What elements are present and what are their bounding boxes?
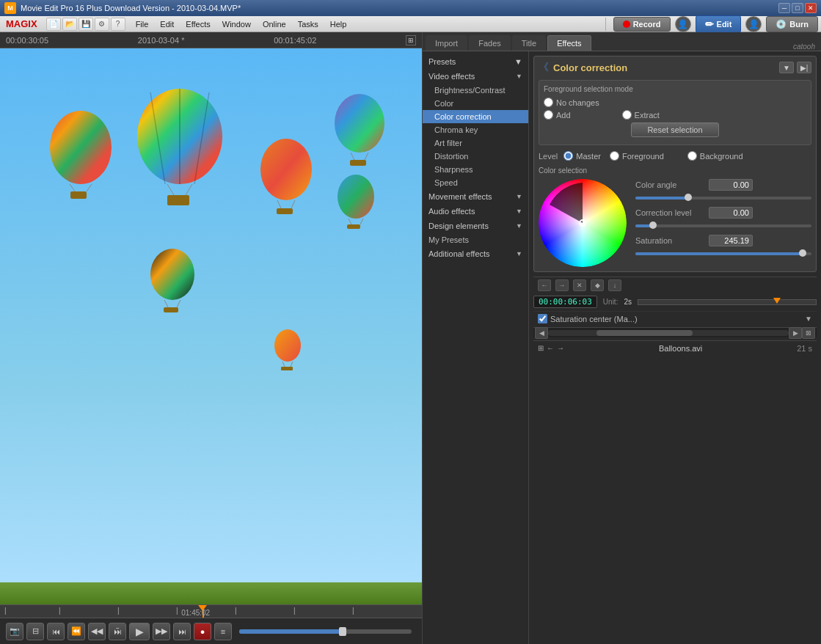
snapshot-button[interactable]: 📷 — [6, 623, 23, 640]
forward-button[interactable]: ▶| — [797, 62, 811, 73]
balloon-4 — [330, 92, 389, 173]
fast-forward-button[interactable]: ▶▶ — [153, 623, 170, 640]
timeline-mini[interactable] — [638, 299, 817, 305]
maximize-button[interactable]: □ — [792, 3, 803, 13]
saturation-thumb[interactable] — [799, 249, 806, 257]
menu-effects[interactable]: Effects — [180, 18, 216, 30]
menu-window[interactable]: Window — [216, 18, 257, 30]
record-button[interactable]: Record — [613, 17, 671, 32]
effect-distortion[interactable]: Distortion — [423, 150, 528, 163]
effect-color-correction[interactable]: Color correction — [423, 110, 528, 123]
saturation-slider[interactable] — [635, 252, 811, 255]
step-back-button[interactable]: ⏪ — [67, 623, 85, 640]
effect-art-filter[interactable]: Art filter — [423, 136, 528, 150]
audio-effects-header[interactable]: Audio effects ▼ — [423, 204, 528, 219]
preview-settings-button[interactable]: ⊞ — [406, 35, 416, 45]
movement-effects-header[interactable]: Movement effects ▼ — [423, 189, 528, 204]
go-start-button[interactable]: ⏭̄ — [109, 623, 126, 640]
dropdown-button[interactable]: ▼ — [779, 62, 794, 73]
toolbar-icons[interactable]: 📄 📂 💾 ⚙ ? — [46, 18, 125, 31]
radio-no-changes-label[interactable]: No changes — [544, 98, 599, 107]
radio-no-changes[interactable] — [544, 98, 553, 107]
color-wheel[interactable] — [539, 179, 627, 267]
radio-add[interactable] — [544, 110, 553, 120]
back-button[interactable]: 《 — [539, 61, 549, 74]
effect-sharpness[interactable]: Sharpness — [423, 163, 528, 176]
edit-icon-btn[interactable]: 👤 — [745, 16, 762, 32]
menu-online[interactable]: Online — [257, 18, 292, 30]
scroll-left-btn[interactable]: ◀ — [535, 327, 548, 339]
level-foreground-radio[interactable] — [610, 151, 619, 161]
top-buttons[interactable]: Record 👤 ✏ Edit 👤 💿 Burn — [602, 15, 818, 33]
radio-extract-label[interactable]: Extract — [622, 110, 660, 120]
save-file-button[interactable]: 💾 — [79, 18, 93, 31]
tab-effects[interactable]: Effects — [547, 35, 591, 51]
tab-fades[interactable]: Fades — [469, 35, 511, 51]
color-angle-label: Color angle — [635, 180, 709, 189]
transport-down-btn[interactable]: ↓ — [608, 279, 621, 291]
tab-import[interactable]: Import — [426, 35, 467, 51]
effect-chroma-key[interactable]: Chroma key — [423, 123, 528, 136]
correction-level-slider[interactable] — [635, 224, 811, 227]
bnav-left-btn[interactable]: ← — [547, 344, 554, 352]
timeline-view-button[interactable]: ⊟ — [26, 623, 44, 640]
level-background-radio[interactable] — [687, 151, 697, 161]
level-master-label[interactable]: Master — [563, 151, 601, 161]
fast-rewind-button[interactable]: ◀◀ — [88, 623, 106, 640]
design-elements-header[interactable]: Design elements ▼ — [423, 219, 528, 233]
scroll-track[interactable] — [548, 330, 789, 336]
color-selection-section: Color selection — [539, 167, 811, 267]
tab-title[interactable]: Title — [512, 35, 546, 51]
level-master-radio[interactable] — [563, 151, 573, 161]
go-end-button[interactable]: ⏭ — [173, 623, 191, 640]
reset-selection-button[interactable]: Reset selection — [631, 122, 719, 137]
menu-items[interactable]: File Edit Effects Window Online Tasks He… — [130, 18, 353, 30]
effect-color[interactable]: Color — [423, 97, 528, 110]
transport-diamond-btn[interactable]: ◆ — [591, 279, 604, 291]
color-angle-slider[interactable] — [635, 197, 811, 200]
color-angle-thumb[interactable] — [685, 194, 692, 201]
panel-header-right[interactable]: ▼ ▶| — [779, 62, 811, 73]
additional-effects-header[interactable]: Additional effects ▼ — [423, 246, 528, 261]
keyframe-checkbox[interactable] — [538, 314, 547, 323]
level-background-label[interactable]: Background — [687, 151, 743, 161]
effect-speed[interactable]: Speed — [423, 176, 528, 189]
correction-level-thumb[interactable] — [649, 222, 657, 229]
transport-x-btn[interactable]: ✕ — [573, 279, 586, 291]
open-file-button[interactable]: 📂 — [62, 18, 77, 31]
play-button[interactable]: ▶ — [129, 623, 150, 640]
record-transport-button[interactable]: ● — [194, 623, 211, 640]
menu-file[interactable]: File — [130, 18, 155, 30]
window-controls[interactable]: ─ □ ✕ — [778, 3, 817, 13]
radio-extract[interactable] — [622, 110, 632, 120]
minimize-button[interactable]: ─ — [778, 3, 790, 13]
effect-brightness-contrast[interactable]: Brightness/Contrast — [423, 84, 528, 97]
radio-add-label[interactable]: Add — [544, 110, 571, 120]
scroll-right-btn[interactable]: ▶ — [789, 327, 802, 339]
my-presets[interactable]: My Presets — [423, 233, 528, 246]
menu-tasks[interactable]: Tasks — [292, 18, 324, 30]
level-foreground-label[interactable]: Foreground — [610, 151, 664, 161]
help-button[interactable]: ? — [111, 18, 125, 31]
close-button[interactable]: ✕ — [805, 3, 817, 13]
transport-back-btn[interactable]: ← — [538, 279, 551, 291]
record-icon-btn[interactable]: 👤 — [675, 16, 691, 32]
bnav-right-btn[interactable]: → — [557, 344, 564, 352]
keyframe-dropdown[interactable]: ▼ — [805, 315, 812, 323]
edit-button[interactable]: ✏ Edit — [696, 15, 742, 33]
transport-fwd-btn[interactable]: → — [555, 279, 569, 291]
presets-row[interactable]: Presets ▼ — [423, 54, 528, 69]
scroll-thumb[interactable] — [596, 330, 693, 336]
new-file-button[interactable]: 📄 — [46, 18, 61, 31]
burn-button[interactable]: 💿 Burn — [766, 16, 818, 32]
progress-bar[interactable] — [239, 629, 412, 634]
video-effects-header[interactable]: Video effects ▼ — [423, 69, 528, 84]
progress-thumb[interactable] — [339, 627, 346, 636]
bnav-down-btn[interactable]: ⊞ — [538, 344, 544, 352]
settings-button[interactable]: ⚙ — [95, 18, 109, 31]
rewind-start-button[interactable]: ⏮ — [47, 623, 65, 640]
menu-edit[interactable]: Edit — [154, 18, 180, 30]
menu-help[interactable]: Help — [324, 18, 353, 30]
scroll-end-btn[interactable]: ⊠ — [802, 327, 815, 339]
more-options-button[interactable]: ≡ — [214, 623, 232, 640]
